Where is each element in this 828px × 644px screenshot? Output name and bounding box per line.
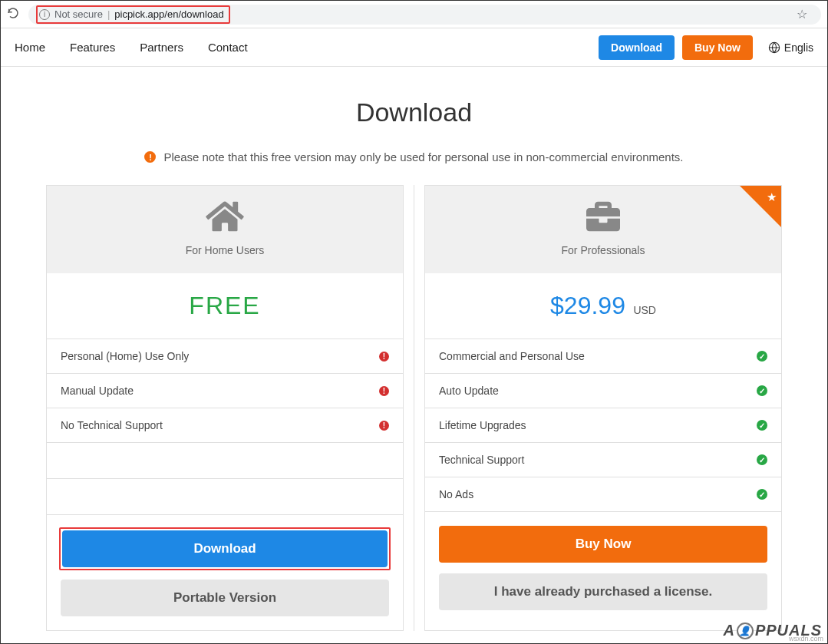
reload-icon[interactable] (7, 7, 19, 22)
security-label: Not secure (54, 8, 103, 20)
price-free-text: FREE (189, 292, 260, 319)
check-icon: ✓ (757, 454, 767, 465)
nav-partners[interactable]: Partners (140, 41, 183, 54)
feature-text: Auto Update (439, 385, 499, 397)
home-icon (205, 200, 245, 233)
globe-icon (768, 41, 780, 54)
plan-pro-label: For Professionals (425, 244, 781, 256)
info-icon[interactable]: i (39, 9, 50, 20)
notice-text: Please note that this free version may o… (163, 150, 683, 163)
url-text: picpick.app/en/download (114, 8, 223, 20)
feature-text: Technical Support (439, 454, 524, 466)
address-input[interactable]: i Not secure | picpick.app/en/download ☆ (28, 5, 821, 25)
plan-free-header: For Home Users (47, 186, 403, 273)
feature-row: Commercial and Personal Use✓ (425, 339, 781, 373)
feature-row: No Ads✓ (425, 477, 781, 511)
feature-text: Commercial and Personal Use (439, 350, 585, 362)
license-button[interactable]: I have already purchased a license. (439, 573, 767, 610)
feature-row-empty (47, 478, 403, 514)
page-title: Download (1, 97, 827, 127)
check-icon: ✓ (757, 385, 767, 396)
plan-free-actions: Download Portable Version (47, 514, 403, 630)
alert-icon: ! (379, 352, 389, 362)
feature-row: Auto Update✓ (425, 373, 781, 408)
plan-pro-header: For Professionals (425, 186, 781, 273)
top-nav: Home Features Partners Contact Download … (1, 28, 827, 67)
plan-pro-price: $29.99 USD (425, 273, 781, 339)
feature-row: Personal (Home) Use Only! (47, 339, 403, 373)
feature-row: No Technical Support! (47, 408, 403, 442)
notice-bar: ! Please note that this free version may… (1, 150, 827, 163)
feature-row-empty (47, 442, 403, 478)
check-icon: ✓ (757, 489, 767, 500)
feature-row: Manual Update! (47, 373, 403, 408)
feature-text: Personal (Home) Use Only (61, 350, 189, 362)
price-currency: USD (633, 304, 656, 316)
nav-home[interactable]: Home (15, 41, 45, 54)
separator: | (107, 8, 110, 20)
plan-free-label: For Home Users (47, 244, 403, 256)
language-label: Englis (784, 41, 813, 54)
portable-button[interactable]: Portable Version (61, 580, 389, 616)
warning-icon: ! (144, 151, 156, 163)
language-selector[interactable]: Englis (768, 41, 813, 54)
alert-icon: ! (379, 386, 389, 396)
plan-divider (414, 185, 414, 631)
check-icon: ✓ (757, 420, 767, 431)
feature-text: No Ads (439, 488, 473, 500)
page-content: Download ! Please note that this free ve… (1, 67, 827, 631)
plan-pro-actions: Buy Now I have already purchased a licen… (425, 511, 781, 624)
download-highlight: Download (59, 527, 391, 570)
watermark-domain: wsxdn.com (789, 635, 823, 642)
feature-row: Lifetime Upgrades✓ (425, 408, 781, 442)
plan-free: For Home Users FREE Personal (Home) Use … (46, 185, 404, 631)
feature-text: Manual Update (61, 385, 134, 397)
feature-row: Technical Support✓ (425, 442, 781, 477)
nav-download-button[interactable]: Download (599, 35, 675, 60)
briefcase-icon (583, 200, 623, 233)
check-icon: ✓ (757, 351, 767, 362)
plan-pro: ★ For Professionals $29.99 USD Commercia… (424, 185, 782, 631)
watermark-logo-icon: 👤 (737, 623, 754, 639)
browser-address-bar: i Not secure | picpick.app/en/download ☆ (1, 1, 827, 28)
nav-contact[interactable]: Contact (208, 41, 248, 54)
alert-icon: ! (379, 421, 389, 431)
bookmark-star-icon[interactable]: ☆ (797, 7, 807, 21)
feature-text: No Technical Support (61, 419, 163, 431)
pricing-plans: For Home Users FREE Personal (Home) Use … (1, 185, 827, 631)
star-icon: ★ (767, 190, 777, 204)
download-button[interactable]: Download (62, 530, 388, 567)
nav-features[interactable]: Features (70, 41, 115, 54)
feature-text: Lifetime Upgrades (439, 419, 526, 431)
buy-now-button[interactable]: Buy Now (439, 526, 767, 563)
nav-buy-button[interactable]: Buy Now (682, 35, 753, 60)
plan-free-price: FREE (47, 273, 403, 339)
url-highlight: i Not secure | picpick.app/en/download (36, 5, 230, 24)
price-pro-text: $29.99 (550, 292, 625, 319)
